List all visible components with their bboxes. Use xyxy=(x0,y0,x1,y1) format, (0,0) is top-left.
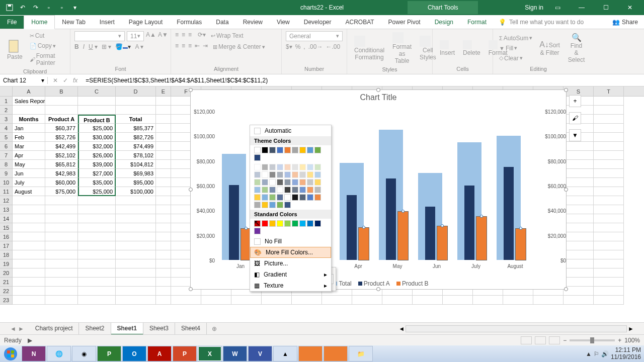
color-swatch[interactable] xyxy=(269,220,276,227)
cell[interactable]: Total xyxy=(116,115,156,124)
tab-powerpivot[interactable]: Power Pivot xyxy=(381,16,428,29)
cell[interactable] xyxy=(594,187,624,196)
close-icon[interactable]: ✕ xyxy=(620,0,640,15)
cell[interactable] xyxy=(45,223,78,232)
cell[interactable] xyxy=(13,214,45,223)
cell[interactable]: August xyxy=(13,187,45,196)
cell[interactable] xyxy=(78,97,116,106)
undo-icon[interactable]: ↶ xyxy=(17,2,28,13)
cell[interactable]: July xyxy=(13,178,45,187)
bar-product-b[interactable] xyxy=(516,229,526,260)
cell[interactable] xyxy=(78,259,116,268)
cell[interactable]: $42,983 xyxy=(45,169,78,178)
qat-dropdown-icon[interactable]: ▾ xyxy=(69,2,80,13)
align-right-icon[interactable]: ≡ xyxy=(188,42,192,51)
system-tray[interactable]: ▲ ⚐ 🔊 12:11 PM 11/19/2016 xyxy=(583,347,644,360)
align-top-icon[interactable]: ≡ xyxy=(175,31,179,40)
cell[interactable] xyxy=(13,250,45,259)
color-swatch[interactable] xyxy=(299,179,306,186)
taskbar-acrobat[interactable]: A xyxy=(147,346,172,361)
tab-formulas[interactable]: Formulas xyxy=(170,16,209,29)
cell[interactable] xyxy=(116,214,156,223)
chart-styles-button[interactable]: 🖌 xyxy=(569,112,581,124)
taskbar-outlook[interactable]: O xyxy=(122,346,146,361)
cell[interactable] xyxy=(45,196,78,205)
color-swatch[interactable] xyxy=(254,147,261,153)
color-swatch[interactable] xyxy=(292,171,298,178)
color-swatch[interactable] xyxy=(254,179,261,186)
sort-filter-button[interactable]: A↓Sort & Filter xyxy=(536,39,563,57)
cell[interactable] xyxy=(116,268,156,278)
zoom-level[interactable]: 100% xyxy=(624,337,640,344)
align-left-icon[interactable]: ≡ xyxy=(175,42,179,51)
format-as-table-button[interactable]: Format as Table xyxy=(389,31,415,65)
sheet-tab[interactable]: Sheet4 xyxy=(175,323,207,335)
add-sheet-button[interactable]: ⊕ xyxy=(207,325,222,332)
color-swatch[interactable] xyxy=(254,171,261,178)
row-header[interactable]: 23 xyxy=(0,296,13,305)
indent-dec-icon[interactable]: ⇤ xyxy=(195,42,200,51)
border-button[interactable]: ⊞ ▾ xyxy=(102,43,111,50)
tab-view[interactable]: View xyxy=(270,16,297,29)
cell[interactable] xyxy=(116,278,156,287)
save-icon[interactable] xyxy=(4,2,15,13)
cell[interactable] xyxy=(13,106,45,115)
cell[interactable] xyxy=(594,278,624,287)
cell[interactable] xyxy=(13,205,45,214)
row-header[interactable]: 3 xyxy=(0,115,13,124)
cell[interactable] xyxy=(594,296,624,305)
cell[interactable] xyxy=(594,250,624,259)
cell[interactable] xyxy=(78,287,116,296)
cell[interactable] xyxy=(13,268,45,278)
cell[interactable] xyxy=(78,214,116,223)
cell[interactable] xyxy=(564,268,594,278)
cell[interactable] xyxy=(564,196,594,205)
cell[interactable] xyxy=(13,278,45,287)
column-header[interactable]: D xyxy=(116,86,156,96)
bar-product-a[interactable] xyxy=(504,167,514,260)
cell[interactable] xyxy=(594,169,624,178)
qat-icon[interactable]: ▫ xyxy=(43,2,54,13)
cell[interactable] xyxy=(156,142,171,151)
color-swatch[interactable] xyxy=(254,187,261,193)
cell[interactable] xyxy=(564,214,594,223)
row-header[interactable]: 16 xyxy=(0,232,13,241)
color-swatch[interactable] xyxy=(307,164,313,170)
horizontal-scrollbar[interactable]: ◄► xyxy=(398,325,634,332)
tray-icon[interactable]: 🔊 xyxy=(601,350,609,357)
cell[interactable] xyxy=(45,268,78,278)
cell[interactable] xyxy=(564,296,594,305)
column-header[interactable]: B xyxy=(45,86,78,96)
cell[interactable]: $52,102 xyxy=(45,151,78,160)
taskbar-chrome[interactable]: ◉ xyxy=(72,346,96,361)
cell[interactable] xyxy=(78,196,116,205)
cell[interactable] xyxy=(156,287,171,296)
row-header[interactable]: 7 xyxy=(0,151,13,160)
zoom-slider[interactable] xyxy=(570,339,615,341)
taskbar-ie[interactable]: 🌐 xyxy=(47,346,71,361)
row-header[interactable]: 17 xyxy=(0,241,13,250)
color-swatch[interactable] xyxy=(284,194,291,201)
insert-cells-button[interactable]: Insert xyxy=(437,39,458,57)
cell[interactable] xyxy=(156,97,171,106)
cell[interactable] xyxy=(594,133,624,142)
taskbar-vlc[interactable]: ▲ xyxy=(273,346,297,361)
color-swatch[interactable] xyxy=(299,187,306,193)
tab-newtab[interactable]: New Tab xyxy=(55,16,92,29)
tab-data[interactable]: Data xyxy=(209,16,235,29)
cell[interactable] xyxy=(45,296,78,305)
cell[interactable] xyxy=(116,205,156,214)
page-layout-view-button[interactable] xyxy=(535,336,546,344)
cell[interactable] xyxy=(594,97,624,106)
cell[interactable] xyxy=(594,259,624,268)
color-swatch[interactable] xyxy=(314,179,321,186)
color-swatch[interactable] xyxy=(292,187,298,193)
cell[interactable]: $85,377 xyxy=(116,124,156,133)
row-header[interactable]: 11 xyxy=(0,187,13,196)
color-swatch[interactable] xyxy=(292,164,298,170)
texture-fill-option[interactable]: ▦Texture▸ xyxy=(250,280,331,291)
chart-elements-button[interactable]: + xyxy=(569,95,581,107)
color-swatch[interactable] xyxy=(277,220,283,227)
row-header[interactable]: 21 xyxy=(0,278,13,287)
cell[interactable]: $82,726 xyxy=(116,133,156,142)
